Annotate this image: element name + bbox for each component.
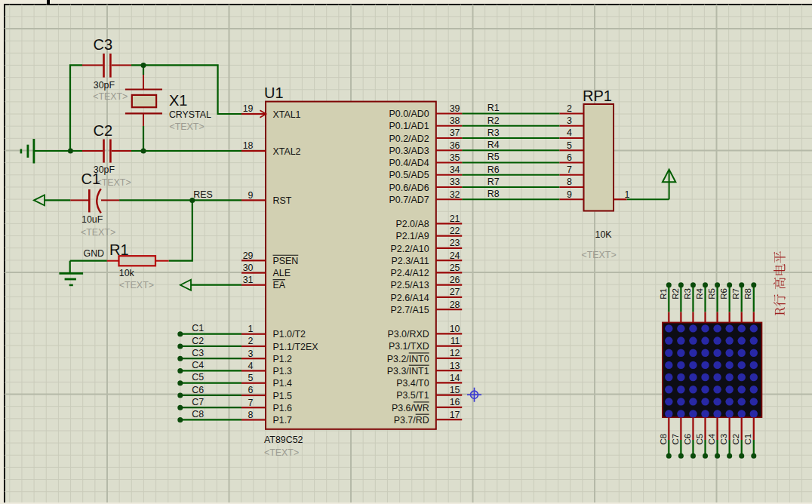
led-dot: [677, 361, 684, 369]
led-dot: [665, 324, 672, 332]
led-dot: [725, 324, 733, 332]
led-dot: [689, 361, 697, 369]
led-dot: [677, 386, 684, 393]
c2-text-placeholder: <TEXT>: [97, 177, 131, 188]
junction-dot: [691, 282, 696, 287]
led-dot: [701, 361, 709, 369]
pin-name-label: P2.6/A14: [391, 293, 429, 303]
u1-ref-label: U1: [264, 85, 284, 101]
led-dot: [665, 373, 672, 381]
led-dot: [689, 410, 697, 417]
pin-name-label: XTAL2: [273, 146, 301, 157]
junction-dot: [141, 149, 146, 154]
led-dot: [689, 398, 697, 405]
pin-name-label: P0.7/AD7: [389, 195, 429, 205]
led-dot: [665, 337, 672, 344]
junction-dot: [666, 453, 672, 459]
u1-value-label: AT89C52: [264, 435, 303, 445]
pin-number: 3: [248, 349, 254, 359]
junction-dot: [727, 453, 732, 459]
pin-number: 12: [450, 348, 460, 358]
rp1-pin-number: 3: [567, 115, 572, 126]
led-dot: [738, 324, 746, 332]
led-dot: [738, 349, 746, 357]
ground-terminal-r1[interactable]: [59, 273, 83, 285]
schematic-sheet: R1R2R3R4R5R6R7R8C1C2C3C4C5C6C7C8 U1 AT89…: [0, 0, 812, 504]
led-dot: [713, 386, 721, 393]
led-dot: [713, 398, 721, 405]
junction-dot: [141, 63, 146, 68]
pin-name-label: P1.3: [273, 366, 293, 376]
pin-name-label: RST: [273, 195, 292, 206]
matrix-bottom-label-C6: C6: [682, 434, 692, 445]
led-dot: [665, 361, 672, 369]
rp1-body[interactable]: [584, 104, 614, 211]
input-terminal-arrow-c1[interactable]: [34, 195, 45, 205]
component-led-matrix-8x8[interactable]: R1C8R2C7R3C6R4C5R5C4R6C3R7C2R8C1: [658, 287, 761, 444]
junction-dot: [177, 417, 183, 423]
matrix-top-label-R3: R3: [682, 288, 692, 300]
x1-body[interactable]: [132, 95, 156, 107]
matrix-bottom-label-C2: C2: [730, 434, 740, 445]
pin-number: 30: [243, 263, 254, 273]
pin-number: 23: [450, 238, 460, 248]
input-terminal-arrow-ea[interactable]: [180, 280, 191, 290]
pin-number: 24: [450, 250, 460, 261]
pin-number: 29: [243, 250, 254, 261]
led-dot: [677, 337, 684, 344]
led-dot: [689, 386, 697, 393]
rp1-text-placeholder: <TEXT>: [582, 250, 617, 260]
component-u1-at89c52[interactable]: U1 AT89C52 <TEXT> 19XTAL118XTAL29RST29PS…: [241, 85, 462, 458]
led-dot: [713, 373, 721, 381]
junction-dot: [189, 198, 195, 203]
pin-name-label: P3.4/T0: [396, 378, 429, 389]
rp1-ref-label: RP1: [583, 88, 612, 104]
pin-name-label: P2.4/A12: [391, 268, 429, 278]
net-label-C1: C1: [192, 323, 204, 333]
r1-value-label: 10k: [119, 268, 135, 278]
pin-name-label: P0.0/AD0: [389, 109, 429, 119]
pin-name-label: PSEN: [273, 256, 299, 266]
net-label-R6: R6: [488, 164, 500, 175]
led-dot: [677, 373, 684, 381]
c1-text-placeholder: <TEXT>: [81, 227, 115, 238]
matrix-top-label-R5: R5: [706, 288, 716, 300]
led-dot: [701, 386, 709, 393]
net-label-R7: R7: [488, 177, 500, 187]
power-terminal-rp1[interactable]: [663, 170, 675, 200]
pin-name-label: P0.4/AD4: [389, 158, 429, 168]
pin-name-label: P2.3/A11: [392, 256, 429, 266]
led-dot: [677, 324, 684, 332]
net-label-R5: R5: [488, 152, 500, 162]
led-dot: [738, 361, 746, 369]
pin-number: 25: [450, 263, 460, 273]
led-dot: [689, 373, 697, 381]
net-label-C7: C7: [192, 397, 204, 407]
component-r1-resistor[interactable]: R1 10k <TEXT>: [107, 241, 169, 290]
led-dot: [750, 361, 758, 369]
junction-dot: [177, 392, 183, 398]
pin-number: 32: [450, 189, 460, 200]
junction-dot: [691, 453, 696, 459]
pin-number: 31: [243, 275, 254, 285]
junction-dot: [666, 282, 672, 287]
c1-plate-curved: [97, 189, 101, 213]
junction-dot: [177, 343, 183, 349]
pin-number: 11: [451, 336, 460, 346]
pin-name-label: P2.5/A13: [391, 280, 429, 290]
led-dot: [665, 349, 672, 357]
matrix-bottom-label-C8: C8: [658, 434, 668, 445]
net-label-C2: C2: [192, 336, 204, 346]
matrix-top-label-R4: R4: [694, 287, 704, 299]
r1-body[interactable]: [119, 256, 156, 266]
led-dot: [701, 349, 709, 357]
matrix-bottom-label-C1: C1: [743, 434, 752, 445]
junction-dot: [703, 453, 708, 459]
pin-number: 17: [450, 410, 460, 420]
pin-name-label: P1.7: [273, 415, 293, 426]
pin-name-label: P1.2: [273, 354, 293, 364]
led-dot: [725, 398, 733, 405]
c1-ref-label: C1: [82, 171, 101, 187]
x1-text-placeholder: <TEXT>: [170, 121, 205, 132]
junction-dot: [678, 453, 684, 459]
